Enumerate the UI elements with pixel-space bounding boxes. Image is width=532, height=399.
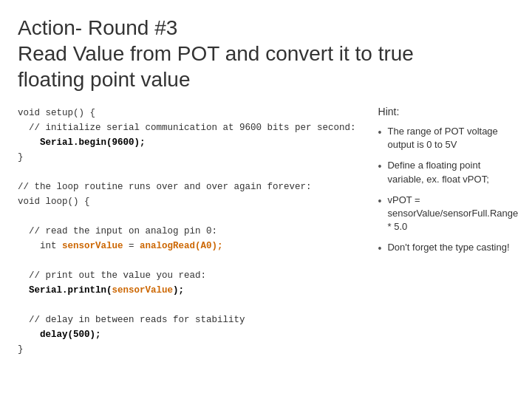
code-line: void loop() { [18, 194, 356, 209]
hint-item-3: • vPOT = sensorValue/sensorFull.Range * … [378, 194, 519, 234]
code-line: } [18, 150, 356, 165]
code-line [18, 253, 356, 268]
hint-text: Don't forget the type casting! [387, 241, 509, 254]
code-line: int sensorValue = analogRead(A0); [18, 239, 356, 253]
code-line: // the loop routine runs over and over a… [18, 180, 356, 194]
code-line: Serial.println(sensorValue); [18, 283, 356, 298]
code-line [18, 209, 356, 224]
hint-text: Define a floating point variable, ex. fl… [387, 159, 518, 185]
hint-item-1: • The range of POT voltage output is 0 t… [378, 125, 519, 151]
code-line: delay(500); [18, 327, 356, 342]
code-line: } [18, 342, 356, 357]
code-line: void setup() { [18, 106, 356, 120]
code-line: // delay in between reads for stability [18, 313, 356, 327]
page-title: Action- Round #3 Read Value from POT and… [18, 15, 514, 92]
code-line [18, 165, 356, 180]
hint-text: vPOT = sensorValue/sensorFull.Range * 5.… [387, 194, 518, 234]
page: Action- Round #3 Read Value from POT and… [0, 0, 532, 399]
title-line2: Read Value from POT and convert it to tr… [18, 42, 414, 65]
hint-bullet: • [378, 194, 382, 209]
hint-bullet: • [378, 126, 382, 140]
code-line: // initialize serial communication at 96… [18, 120, 356, 135]
hint-section: Hint: • The range of POT voltage output … [371, 106, 519, 384]
hint-item-2: • Define a floating point variable, ex. … [378, 159, 519, 185]
code-section: void setup() { // initialize serial comm… [18, 106, 356, 384]
hint-bullet: • [378, 160, 382, 174]
hint-text: The range of POT voltage output is 0 to … [387, 125, 518, 151]
hint-title: Hint: [378, 106, 519, 117]
code-line: Serial.begin(9600); [18, 135, 356, 150]
title-section: Action- Round #3 Read Value from POT and… [18, 15, 514, 92]
title-line3: floating point value [18, 68, 191, 91]
hint-item-4: • Don't forget the type casting! [378, 241, 519, 256]
title-line1: Action- Round #3 [18, 16, 177, 39]
content-area: void setup() { // initialize serial comm… [18, 106, 514, 384]
code-line: // print out the value you read: [18, 268, 356, 283]
hint-bullet: • [378, 242, 382, 256]
code-line: // read the input on analog pin 0: [18, 224, 356, 239]
hint-list: • The range of POT voltage output is 0 t… [378, 125, 519, 256]
code-line [18, 298, 356, 313]
